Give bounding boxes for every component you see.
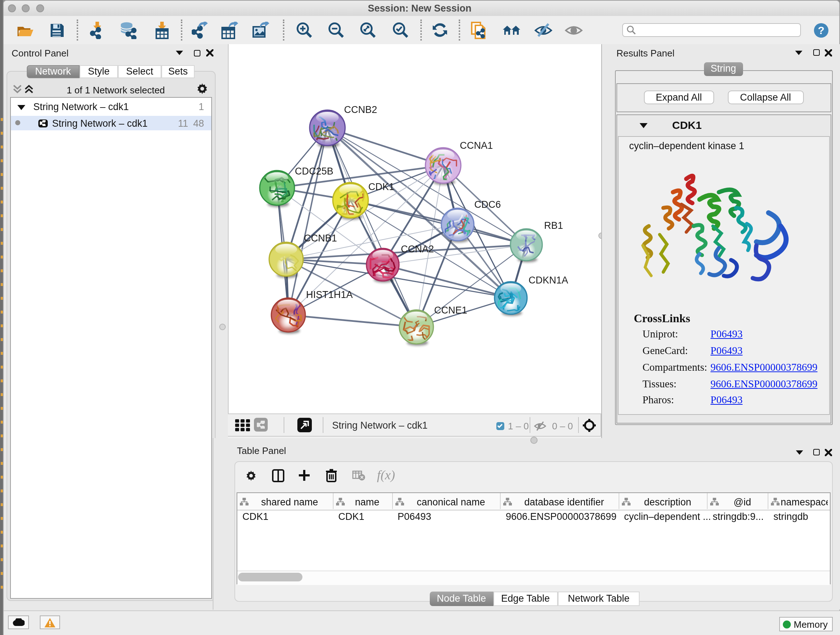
svg-text:CCNA1: CCNA1 — [460, 140, 493, 151]
svg-text:CCNB2: CCNB2 — [344, 104, 377, 115]
svg-text:CDC25B: CDC25B — [295, 166, 333, 177]
svg-text:?: ? — [818, 24, 824, 36]
svg-text:CCNE1: CCNE1 — [434, 305, 467, 316]
svg-text:CDKN1A: CDKN1A — [529, 275, 568, 286]
svg-text:CDK1: CDK1 — [368, 181, 394, 192]
svg-text:HIST1H1A: HIST1H1A — [306, 289, 353, 300]
svg-text:CDC6: CDC6 — [474, 199, 501, 210]
svg-text:CCNA2: CCNA2 — [401, 244, 434, 255]
svg-text:RB1: RB1 — [544, 220, 563, 231]
svg-text:CCNB1: CCNB1 — [304, 233, 337, 244]
